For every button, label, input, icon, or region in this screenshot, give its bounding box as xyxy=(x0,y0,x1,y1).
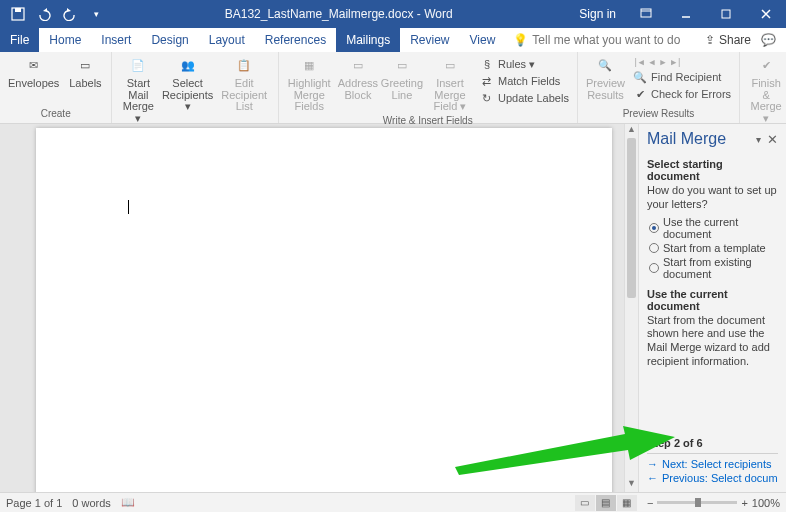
check-icon: ✔ xyxy=(633,87,647,101)
taskpane-menu-icon[interactable]: ▾ xyxy=(756,134,761,145)
tab-layout[interactable]: Layout xyxy=(199,28,255,52)
zoom-level[interactable]: 100% xyxy=(752,497,780,509)
tab-mailings[interactable]: Mailings xyxy=(336,28,400,52)
undo-button[interactable] xyxy=(32,2,56,26)
greeting-icon: ▭ xyxy=(392,56,412,76)
svg-rect-3 xyxy=(722,10,730,18)
list-icon: 📋 xyxy=(234,56,254,76)
check-errors-button[interactable]: ✔Check for Errors xyxy=(633,86,731,102)
workspace: ▲ ▼ Mail Merge ▾ ✕ Select starting docum… xyxy=(0,124,786,492)
match-label: Match Fields xyxy=(498,75,560,87)
redo-button[interactable] xyxy=(58,2,82,26)
svg-rect-1 xyxy=(15,8,21,12)
tab-insert[interactable]: Insert xyxy=(91,28,141,52)
tp-next-label: Next: Select recipients xyxy=(662,458,771,470)
address-icon: ▭ xyxy=(348,56,368,76)
update-label: Update Labels xyxy=(498,92,569,104)
comment-icon: 💬 xyxy=(761,33,776,47)
gl-label: Greeting Line xyxy=(381,78,423,101)
match-fields-button[interactable]: ⇄Match Fields xyxy=(480,73,569,89)
word-count[interactable]: 0 words xyxy=(72,497,111,509)
finish-merge-button: ✔Finish & Merge ▾ xyxy=(744,54,786,126)
findrec-label: Find Recipient xyxy=(651,71,721,83)
document-page[interactable] xyxy=(36,128,612,492)
close-button[interactable] xyxy=(746,0,786,28)
update-labels-button[interactable]: ↻Update Labels xyxy=(480,90,569,106)
tab-view[interactable]: View xyxy=(460,28,506,52)
envelopes-label: Envelopes xyxy=(8,78,59,90)
view-buttons: ▭ ▤ ▦ xyxy=(575,495,637,511)
divider xyxy=(647,453,778,454)
tab-references[interactable]: References xyxy=(255,28,336,52)
ribbon: ✉Envelopes ▭Labels Create 📄Start Mail Me… xyxy=(0,52,786,124)
recipients-icon: 👥 xyxy=(178,56,198,76)
proofing-icon[interactable]: 📖 xyxy=(121,496,135,509)
tp-section-2: Use the current document xyxy=(647,288,778,312)
radio-use-current[interactable]: Use the current document xyxy=(649,216,778,240)
scroll-thumb[interactable] xyxy=(627,138,636,298)
minimize-button[interactable] xyxy=(666,0,706,28)
zoom-in-button[interactable]: + xyxy=(741,497,747,509)
highlight-icon: ▦ xyxy=(299,56,319,76)
labels-label: Labels xyxy=(69,78,101,90)
taskpane-close-button[interactable]: ✕ xyxy=(767,132,778,147)
tp-question: How do you want to set up your letters? xyxy=(647,184,778,212)
edit-recipient-list-button: 📋Edit Recipient List xyxy=(215,54,274,115)
tab-design[interactable]: Design xyxy=(141,28,198,52)
read-mode-button[interactable]: ▭ xyxy=(575,495,595,511)
select-recipients-button[interactable]: 👥Select Recipients ▾ xyxy=(160,54,214,115)
lightbulb-icon: 💡 xyxy=(513,33,528,47)
signin-button[interactable]: Sign in xyxy=(569,0,626,28)
ribbon-display-options[interactable] xyxy=(626,0,666,28)
page-status[interactable]: Page 1 of 1 xyxy=(6,497,62,509)
zoom-slider[interactable] xyxy=(657,501,737,504)
tp-next-link[interactable]: →Next: Select recipients xyxy=(647,458,778,470)
text-cursor xyxy=(128,200,129,214)
tab-home[interactable]: Home xyxy=(39,28,91,52)
finish-label: Finish & Merge ▾ xyxy=(748,78,784,124)
document-area[interactable] xyxy=(0,124,624,492)
ribbon-group-finish: ✔Finish & Merge ▾ Finish xyxy=(740,52,786,123)
ribbon-group-write-insert: ▦Highlight Merge Fields ▭Address Block ▭… xyxy=(279,52,578,123)
radio-icon xyxy=(649,223,659,233)
preview-icon: 🔍 xyxy=(595,56,615,76)
find-recipient-button[interactable]: 🔍Find Recipient xyxy=(633,69,731,85)
record-nav[interactable]: |◀ ◀ ▶ ▶| xyxy=(633,56,731,68)
zoom-out-button[interactable]: − xyxy=(647,497,653,509)
radio-from-template[interactable]: Start from a template xyxy=(649,242,778,254)
rules-label: Rules ▾ xyxy=(498,58,535,71)
tellme-search[interactable]: 💡 Tell me what you want to do xyxy=(505,28,705,52)
hmf-label: Highlight Merge Fields xyxy=(287,78,332,113)
print-layout-button[interactable]: ▤ xyxy=(596,495,616,511)
greeting-line-button: ▭Greeting Line xyxy=(380,54,424,103)
radio-from-existing[interactable]: Start from existing document xyxy=(649,256,778,280)
address-block-button: ▭Address Block xyxy=(336,54,380,103)
start-mail-merge-button[interactable]: 📄Start Mail Merge ▾ xyxy=(116,54,160,126)
group-label-preview: Preview Results xyxy=(578,108,739,123)
rules-button[interactable]: §Rules ▾ xyxy=(480,56,569,72)
scroll-up-icon[interactable]: ▲ xyxy=(625,124,638,138)
web-layout-button[interactable]: ▦ xyxy=(617,495,637,511)
highlight-merge-fields-button: ▦Highlight Merge Fields xyxy=(283,54,336,115)
labels-button[interactable]: ▭Labels xyxy=(63,54,107,92)
comments-button[interactable]: 💬 xyxy=(761,33,776,47)
tab-review[interactable]: Review xyxy=(400,28,459,52)
share-button[interactable]: ⇪ Share xyxy=(705,33,751,47)
vertical-scrollbar[interactable]: ▲ ▼ xyxy=(624,124,638,492)
start-mm-label: Start Mail Merge ▾ xyxy=(120,78,156,124)
tab-file[interactable]: File xyxy=(0,28,39,52)
arrow-left-icon: ← xyxy=(647,472,658,484)
rules-icon: § xyxy=(480,57,494,71)
save-button[interactable] xyxy=(6,2,30,26)
labels-icon: ▭ xyxy=(75,56,95,76)
zoom-knob[interactable] xyxy=(695,498,701,507)
doc-icon: 📄 xyxy=(128,56,148,76)
envelopes-button[interactable]: ✉Envelopes xyxy=(4,54,63,92)
tp-detail: Start from the document shown here and u… xyxy=(647,314,778,369)
maximize-button[interactable] xyxy=(706,0,746,28)
tp-prev-link[interactable]: ←Previous: Select document ty xyxy=(647,472,778,484)
titlebar: ▾ BA132_LastName_Mailmerge.docx - Word S… xyxy=(0,0,786,28)
radio-icon xyxy=(649,243,659,253)
scroll-down-icon[interactable]: ▼ xyxy=(625,478,638,492)
qat-customize[interactable]: ▾ xyxy=(84,2,108,26)
